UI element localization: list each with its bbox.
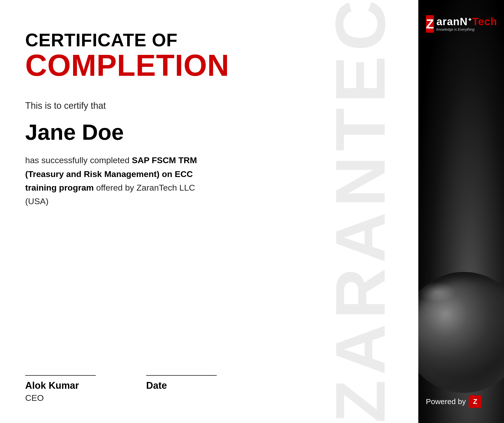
signature-line	[25, 375, 96, 376]
cert-body: This is to certify that Jane Doe has suc…	[25, 100, 277, 355]
logo-text-part: aranN✦Tech knowledge is Everything	[436, 16, 497, 31]
logo-brand-name: aranN✦Tech	[436, 16, 497, 27]
signer-name: Alok Kumar	[25, 380, 96, 391]
globe-highlight	[418, 282, 456, 302]
date-line	[146, 375, 217, 376]
cert-header: CERTIFICATE OF COMPLETION	[25, 30, 277, 80]
logo-n: N	[460, 16, 467, 27]
powered-by: Powered by Z	[426, 395, 481, 408]
logo-container: Z aranN✦Tech knowledge is Everything	[426, 15, 496, 33]
logo-star: ✦	[468, 17, 472, 22]
left-panel: CERTIFICATE OF COMPLETION This is to cer…	[0, 0, 302, 423]
logo-z-letter: Z	[426, 16, 434, 31]
right-panel: Z aranN✦Tech knowledge is Everything Pow…	[418, 0, 504, 423]
logo-aran: aran	[436, 16, 460, 27]
cert-footer: Alok Kumar CEO Date	[25, 375, 277, 403]
powered-by-icon: Z	[469, 395, 481, 408]
logo-tagline: knowledge is Everything	[436, 27, 497, 31]
recipient-name: Jane Doe	[25, 121, 277, 143]
signature-block: Alok Kumar CEO	[25, 375, 96, 403]
cert-title-line2: COMPLETION	[25, 50, 277, 80]
certificate-wrapper: CERTIFICATE OF COMPLETION This is to cer…	[0, 0, 504, 423]
signer-title: CEO	[25, 393, 96, 403]
powered-by-z: Z	[473, 398, 477, 406]
logo-tech: Tech	[472, 16, 497, 27]
date-block: Date	[146, 375, 217, 391]
watermark-text: ZARANTECH	[320, 0, 401, 423]
logo-z-box: Z	[426, 15, 434, 33]
globe-circle	[418, 272, 504, 393]
completion-intro: has successfully completed	[25, 155, 132, 165]
middle-panel: ZARANTECH	[302, 0, 418, 423]
powered-by-text: Powered by	[426, 397, 466, 406]
cert-title-line1: CERTIFICATE OF	[25, 30, 277, 50]
date-label: Date	[146, 380, 217, 391]
logo-box: Z aranN✦Tech knowledge is Everything	[426, 15, 496, 33]
certify-text: This is to certify that	[25, 100, 277, 111]
completion-text: has successfully completed SAP FSCM TRM …	[25, 153, 207, 208]
